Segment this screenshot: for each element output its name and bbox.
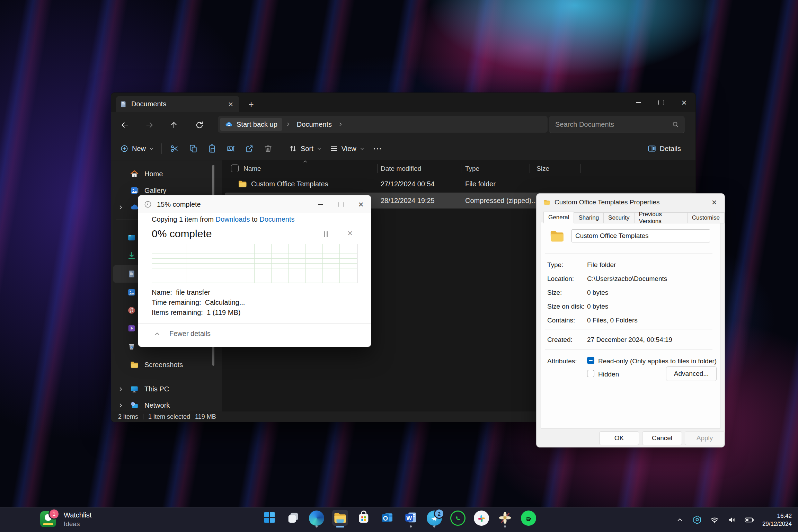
close-button[interactable]: × (673, 93, 695, 112)
fewer-details-toggle[interactable]: Fewer details (154, 330, 211, 338)
new-button[interactable]: New (116, 141, 158, 156)
readonly-checkbox[interactable] (587, 357, 594, 364)
apply-button[interactable]: Apply (685, 431, 725, 445)
column-header-size[interactable]: Size (537, 162, 549, 175)
copy-titlebar: 15% complete × (138, 195, 371, 213)
slack-icon[interactable] (473, 511, 489, 528)
close-button[interactable]: × (351, 195, 371, 213)
tab-customise[interactable]: Customise (688, 212, 725, 223)
task-view-button[interactable] (285, 511, 301, 528)
cut-button[interactable] (168, 141, 181, 156)
share-button[interactable] (242, 141, 256, 156)
taskbar-clock[interactable]: 16:42 29/12/2024 (762, 512, 792, 528)
maximize-button[interactable] (650, 93, 673, 112)
column-divider[interactable] (461, 164, 461, 173)
sort-button[interactable]: Sort (285, 141, 326, 156)
sidebar-item-desktop[interactable] (127, 233, 136, 242)
destination-folder-link[interactable]: Documents (259, 215, 294, 223)
hidden-checkbox[interactable] (587, 370, 594, 377)
file-row-custom-office-templates[interactable]: Custom Office Templates 27/12/2024 00:54… (222, 175, 693, 193)
tab-security[interactable]: Security (604, 212, 634, 223)
tab-close-icon[interactable]: × (225, 100, 236, 108)
minimize-button[interactable] (627, 93, 650, 112)
attributes-label: Attributes: (547, 357, 577, 365)
close-button[interactable]: × (704, 194, 725, 211)
details-pane-button[interactable]: Details (647, 144, 681, 153)
cube-app-icon[interactable] (691, 514, 703, 526)
sidebar-item-documents[interactable] (127, 269, 136, 278)
more-options-button[interactable]: ⋯ (371, 141, 385, 156)
breadcrumb-documents[interactable]: Documents (294, 121, 335, 128)
column-divider[interactable] (530, 164, 530, 173)
wifi-icon[interactable] (708, 514, 721, 526)
chevron-down-icon (149, 147, 154, 151)
volume-icon[interactable] (726, 514, 738, 526)
view-icon (330, 144, 338, 153)
telegram-icon[interactable]: 2 (426, 511, 442, 528)
widgets-button[interactable]: 1 Watchlist Ideas (40, 511, 91, 528)
network-icon (130, 401, 139, 410)
delete-button[interactable] (261, 141, 275, 156)
pause-button[interactable] (324, 231, 328, 237)
sidebar-item-downloads[interactable] (127, 251, 136, 260)
outlook-icon[interactable]: O (379, 511, 395, 528)
hidden-icons-chevron[interactable] (674, 514, 686, 526)
sidebar-item-recycle-bin[interactable] (127, 342, 136, 351)
paste-button[interactable] (205, 141, 219, 156)
source-folder-link[interactable]: Downloads (216, 215, 250, 223)
copy-button[interactable] (186, 141, 200, 156)
select-all-checkbox[interactable] (231, 165, 239, 172)
microsoft-store-icon[interactable] (356, 511, 372, 528)
ok-button[interactable]: OK (599, 431, 639, 445)
advanced-button[interactable]: Advanced... (666, 366, 717, 381)
status-selected-size: 119 MB (195, 413, 216, 420)
tab-general[interactable]: General (543, 212, 574, 223)
address-bar[interactable]: Start back up Documents (218, 116, 548, 133)
sidebar-item-videos[interactable] (127, 324, 136, 333)
up-button[interactable] (168, 119, 180, 131)
search-input[interactable] (549, 121, 672, 128)
minimize-button[interactable] (311, 195, 331, 213)
column-header-type[interactable]: Type (465, 162, 479, 175)
rename-button[interactable] (224, 141, 238, 156)
column-divider[interactable] (580, 164, 581, 173)
battery-icon[interactable] (743, 514, 755, 526)
start-button[interactable] (261, 511, 277, 528)
column-header-name[interactable]: Name (243, 162, 261, 175)
field-label: Size on disk: (547, 303, 585, 310)
sidebar-this-pc-label: This PC (144, 385, 169, 393)
whatsapp-icon[interactable] (450, 511, 466, 528)
cancel-copy-button[interactable]: × (347, 228, 353, 239)
flower-app-icon[interactable] (497, 511, 513, 528)
cancel-button[interactable]: Cancel (642, 431, 682, 445)
refresh-button[interactable] (194, 119, 205, 131)
tab-documents[interactable]: Documents × (116, 96, 239, 112)
items-remaining-label: Items remaining: (152, 308, 203, 318)
new-tab-button[interactable]: + (246, 99, 257, 110)
column-header-date[interactable]: Date modified (381, 162, 421, 175)
svg-text:W: W (406, 515, 412, 522)
sidebar-item-music[interactable] (127, 306, 136, 315)
folder-name-field[interactable] (571, 229, 710, 242)
maximize-button[interactable] (331, 195, 351, 213)
sidebar-screenshots-label: Screenshots (144, 361, 183, 369)
spotify-icon[interactable] (521, 511, 537, 528)
back-button[interactable] (119, 119, 131, 131)
sidebar-item-network[interactable]: Network (115, 397, 215, 414)
edge-icon[interactable] (309, 511, 325, 528)
view-button[interactable]: View (326, 141, 369, 156)
name-value: file transfer (176, 289, 210, 296)
tab-previous-versions[interactable]: Previous Versions (635, 212, 688, 223)
time-remaining-label: Time remaining: (152, 298, 201, 308)
sidebar-item-this-pc[interactable]: This PC (115, 381, 215, 397)
properties-title: Custom Office Templates Properties (555, 198, 700, 206)
forward-button[interactable] (144, 119, 156, 131)
word-icon[interactable]: W (403, 511, 419, 528)
sidebar-item-home[interactable]: Home (115, 166, 215, 182)
backup-breadcrumb-button[interactable]: Start back up (220, 118, 282, 131)
file-explorer-icon[interactable] (332, 511, 348, 528)
column-divider[interactable] (377, 164, 378, 173)
sidebar-item-screenshots[interactable]: Screenshots (115, 356, 215, 373)
sidebar-item-pictures[interactable] (127, 288, 136, 297)
tab-sharing[interactable]: Sharing (574, 212, 604, 223)
